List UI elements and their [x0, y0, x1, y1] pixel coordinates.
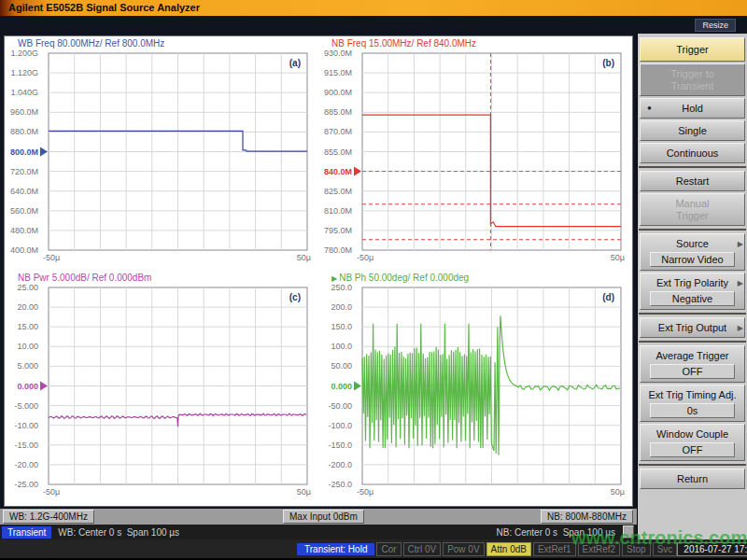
softkey-ext-trig-timing-adj-value: 0s	[650, 403, 736, 418]
svg-text:1.200G: 1.200G	[10, 50, 38, 58]
resize-button[interactable]: Resize	[695, 19, 736, 32]
svg-text:-10.00: -10.00	[14, 421, 38, 430]
softkey-restart[interactable]: Restart	[640, 171, 745, 191]
svg-text:-5.000: -5.000	[14, 401, 38, 411]
plot-c-title: NB Pwr 5.000dB/ Ref 0.000dBm	[5, 271, 318, 285]
svg-text:1.120G: 1.120G	[10, 68, 38, 77]
svg-text:1.040G: 1.040G	[10, 88, 38, 97]
indicator-svc: Svc	[653, 542, 678, 556]
indicator-group: CorCtrl 0VPow 0VAttn 0dBExtRef1ExtRef2St…	[374, 542, 677, 556]
svg-text:(a): (a)	[289, 58, 301, 68]
plot-a: WB Freq 80.00MHz/ Ref 800.0MHz1.200G1.12…	[5, 36, 318, 271]
svg-text:-50µ: -50µ	[357, 487, 374, 497]
plot-c: NB Pwr 5.000dB/ Ref 0.000dBm25.0020.0015…	[5, 271, 318, 505]
svg-text:100.0: 100.0	[331, 342, 352, 351]
svg-text:50µ: 50µ	[297, 253, 311, 262]
svg-text:50.00: 50.00	[331, 361, 352, 371]
submenu-arrow-icon: ▶	[738, 324, 743, 332]
svg-text:200.0: 200.0	[331, 302, 352, 312]
svg-text:-150.0: -150.0	[328, 441, 352, 450]
svg-text:640.0M: 640.0M	[10, 187, 38, 196]
title-bar: Agilent E5052B Signal Source Analyzer	[0, 0, 747, 16]
window-title: Agilent E5052B Signal Source Analyzer	[8, 2, 200, 13]
plot-a-title: WB Freq 80.00MHz/ Ref 800.0MHz	[5, 36, 318, 50]
softkey-continuous[interactable]: Continuous	[640, 143, 745, 163]
plot-b-title: NB Freq 15.00MHz/ Ref 840.0MHz	[318, 36, 632, 50]
svg-text:250.0: 250.0	[331, 285, 352, 292]
softkey-ext-trig-polarity[interactable]: Ext Trig PolarityNegative▶	[640, 273, 745, 310]
softkey-single[interactable]: Single	[640, 120, 745, 141]
svg-text:-50µ: -50µ	[43, 253, 60, 262]
plot-d-chart: 250.0200.0150.0100.050.000.000-50.00-100…	[318, 285, 632, 505]
svg-text:15.00: 15.00	[17, 322, 38, 331]
svg-text:870.0M: 870.0M	[324, 127, 352, 136]
svg-text:-20.00: -20.00	[14, 460, 38, 469]
graph-panel: WB Freq 80.00MHz/ Ref 800.0MHz1.200G1.12…	[0, 34, 637, 509]
softkey-window-couple[interactable]: Window CoupleOFF	[640, 424, 745, 461]
svg-text:480.0M: 480.0M	[10, 226, 38, 235]
softkey-separator	[639, 313, 746, 315]
softkey-average-trigger-value: OFF	[650, 364, 736, 379]
svg-text:0.000: 0.000	[17, 382, 38, 391]
sweep-bar-spacer	[623, 525, 634, 539]
indicator-extref2: ExtRef2	[578, 542, 621, 556]
softkey-trigger-to-transient: Trigger toTransient	[640, 63, 745, 96]
svg-text:885.0M: 885.0M	[324, 107, 352, 117]
svg-text:5.000: 5.000	[17, 361, 38, 371]
softkey-manual-trigger: ManualTrigger	[640, 193, 745, 226]
svg-text:50µ: 50µ	[611, 487, 625, 497]
svg-text:900.0M: 900.0M	[324, 88, 352, 97]
softkey-ext-trig-polarity-value: Negative	[650, 291, 736, 306]
wb-band-label: WB: 1.2G-400MHz	[3, 510, 94, 524]
active-trace-marker-icon: ▶	[331, 274, 337, 283]
indicator-stop: Stop	[622, 542, 651, 556]
softkey-ext-trig-output[interactable]: Ext Trig Output▶	[640, 317, 745, 338]
softkey-separator	[639, 341, 746, 343]
svg-text:855.0M: 855.0M	[324, 147, 352, 157]
svg-text:810.0M: 810.0M	[324, 206, 352, 216]
svg-text:20.00: 20.00	[17, 302, 38, 312]
softkey-ext-trig-timing-adj[interactable]: Ext Trig Timing Adj.0s	[640, 385, 745, 422]
svg-text:150.0: 150.0	[331, 322, 352, 331]
measurement-mode-badge: Transient	[2, 526, 51, 539]
softkey-separator	[639, 229, 746, 231]
softkey-separator	[639, 166, 746, 168]
svg-text:50µ: 50µ	[611, 253, 625, 262]
selected-bullet-icon: ●	[647, 104, 652, 112]
svg-text:780.0M: 780.0M	[324, 245, 352, 255]
svg-text:50µ: 50µ	[297, 487, 311, 497]
softkey-hold[interactable]: Hold●	[640, 98, 745, 119]
submenu-arrow-icon: ▶	[738, 240, 743, 248]
plot-grid: WB Freq 80.00MHz/ Ref 800.0MHz1.200G1.12…	[4, 35, 633, 507]
svg-text:400.0M: 400.0M	[10, 245, 38, 255]
softkey-average-trigger[interactable]: Average TriggerOFF	[640, 345, 745, 383]
svg-text:(c): (c)	[289, 292, 301, 302]
softkey-menu: TriggerTrigger toTransientHold●SingleCon…	[637, 34, 747, 539]
indicator-extref1: ExtRef1	[533, 542, 576, 556]
submenu-arrow-icon: ▶	[738, 279, 743, 287]
svg-text:840.0M: 840.0M	[324, 167, 352, 176]
indicator-cor: Cor	[376, 542, 401, 556]
datetime-label: 2016-07-27 17:37	[677, 542, 747, 556]
softkey-source[interactable]: SourceNarrow Video▶	[640, 233, 745, 271]
softkey-return[interactable]: Return	[640, 469, 745, 489]
svg-text:-50.00: -50.00	[328, 401, 352, 411]
plot-b-chart: 930.0M915.0M900.0M885.0M870.0M855.0M840.…	[318, 50, 632, 271]
plot-a-chart: 1.200G1.120G1.040G960.0M880.0M800.0M720.…	[5, 50, 318, 271]
svg-text:960.0M: 960.0M	[10, 107, 38, 117]
plot-c-chart: 25.0020.0015.0010.005.0000.000-5.000-10.…	[5, 285, 318, 505]
svg-text:795.0M: 795.0M	[324, 226, 352, 235]
svg-text:880.0M: 880.0M	[10, 127, 38, 136]
svg-text:825.0M: 825.0M	[324, 187, 352, 196]
menu-strip: Resize	[0, 16, 747, 34]
svg-text:-200.0: -200.0	[328, 460, 352, 469]
indicator-attn-0db: Attn 0dB	[486, 542, 531, 556]
svg-text:-15.00: -15.00	[14, 441, 38, 450]
plot-b: NB Freq 15.00MHz/ Ref 840.0MHz930.0M915.…	[318, 36, 632, 271]
svg-text:-50µ: -50µ	[357, 253, 374, 262]
svg-text:(d): (d)	[602, 292, 614, 302]
svg-text:0.000: 0.000	[331, 382, 352, 391]
svg-text:-250.0: -250.0	[328, 480, 352, 489]
svg-text:-100.0: -100.0	[328, 421, 352, 430]
softkey-window-couple-value: OFF	[650, 442, 736, 457]
